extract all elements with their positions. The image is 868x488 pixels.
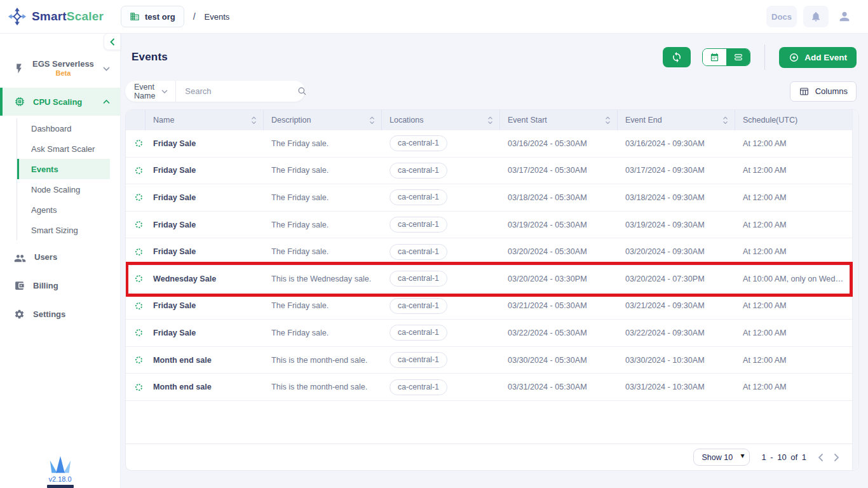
table-row[interactable]: Friday Sale The Friday sale. ca-central-… [126, 238, 852, 266]
page-title: Events [132, 51, 168, 64]
sidebar-item-settings[interactable]: Settings [0, 300, 120, 329]
next-page-button[interactable] [834, 453, 839, 462]
event-schedule-cell: At 12:00 AM [735, 301, 852, 310]
notifications-button[interactable] [803, 6, 829, 27]
location-chip: ca-central-1 [390, 325, 447, 341]
location-chip: ca-central-1 [390, 163, 447, 179]
user-profile-button[interactable] [835, 6, 854, 27]
version-label: v2.18.0 [48, 475, 71, 483]
cpu-scaling-label: CPU Scaling [33, 97, 82, 107]
event-schedule-cell: At 12:00 AM [735, 139, 852, 148]
brand-name: SmartScaler [32, 10, 104, 24]
search-input[interactable] [185, 86, 297, 96]
person-icon [837, 10, 851, 24]
event-schedule-cell: At 12:00 AM [735, 329, 852, 337]
add-event-button[interactable]: Add Event [779, 47, 857, 68]
table-row[interactable]: Wednesday Sale This is the Wednesday sal… [126, 266, 852, 293]
column-label: Name [153, 116, 174, 125]
table-body: Friday Sale The Friday sale. ca-central-… [126, 130, 858, 401]
event-schedule-cell: At 12:00 AM [735, 356, 852, 365]
event-description-cell: The Friday sale. [264, 247, 382, 256]
view-toggle [702, 48, 750, 66]
table-row[interactable]: Friday Sale The Friday sale. ca-central-… [126, 158, 852, 185]
event-name-cell: Friday Sale [146, 166, 264, 175]
event-schedule-cell: At 12:00 AM [735, 166, 852, 175]
event-end-cell: 03/18/2024 - 09:30AM [618, 193, 735, 202]
event-end-cell: 03/20/2024 - 09:30AM [618, 247, 735, 256]
table-row[interactable]: Friday Sale The Friday sale. ca-central-… [126, 212, 852, 239]
sort-icon [722, 116, 728, 125]
page-size-select[interactable]: Show 10 [693, 449, 750, 466]
column-header[interactable]: Event End [618, 110, 735, 130]
filter-field-selector[interactable]: Event Name [125, 81, 176, 102]
event-status-spinner-icon [135, 248, 142, 255]
building-icon [130, 11, 140, 22]
app-root: SmartScaler test org / Events Docs [0, 0, 868, 488]
event-start-cell: 03/30/2024 - 05:30AM [500, 356, 618, 365]
event-name-cell: Month end sale [146, 356, 264, 365]
sort-icon [487, 116, 493, 125]
sort-icon [251, 116, 257, 125]
column-header[interactable]: Event Start [500, 110, 618, 130]
users-label: Users [34, 252, 57, 262]
table-row[interactable]: Friday Sale The Friday sale. ca-central-… [126, 293, 852, 320]
refresh-button[interactable] [663, 47, 691, 67]
sidebar-product-selector[interactable]: EGS Serverless Beta [0, 55, 120, 83]
table-scrollbar[interactable] [852, 110, 858, 470]
event-status-spinner-icon [135, 302, 142, 309]
columns-button[interactable]: Columns [790, 81, 857, 102]
table-row[interactable]: Friday Sale The Friday sale. ca-central-… [126, 184, 852, 212]
sidebar-item-users[interactable]: Users [0, 243, 120, 271]
event-status-spinner-icon [135, 275, 142, 282]
sort-icon [605, 116, 611, 125]
event-status-spinner-icon [135, 221, 142, 228]
docs-button[interactable]: Docs [766, 6, 797, 27]
table-row[interactable]: Friday Sale The Friday sale. ca-central-… [126, 130, 852, 158]
refresh-icon [671, 51, 682, 63]
event-description-cell: The Friday sale. [264, 220, 382, 229]
previous-page-button[interactable] [818, 453, 824, 462]
sidebar-subitem-agents[interactable]: Agents [17, 200, 110, 220]
search-icon[interactable] [297, 86, 308, 97]
list-view-button[interactable] [726, 49, 750, 65]
event-end-cell: 03/20/2024 - 07:30PM [618, 274, 735, 283]
sidebar-subitem-smart-sizing[interactable]: Smart Sizing [17, 220, 110, 240]
table-row[interactable]: Month end sale This is the month-end sal… [126, 347, 852, 374]
calendar-view-button[interactable] [703, 49, 726, 65]
event-end-cell: 03/16/2024 - 09:30AM [618, 139, 735, 148]
event-end-cell: 03/19/2024 - 09:30AM [618, 220, 735, 229]
breadcrumb-org-button[interactable]: test org [121, 6, 184, 27]
icon-column-header [126, 110, 146, 130]
events-table: Name Description Locations Event Start E… [125, 109, 859, 471]
location-chip: ca-central-1 [390, 189, 447, 205]
event-start-cell: 03/22/2024 - 05:30AM [500, 329, 618, 337]
event-start-cell: 03/20/2024 - 03:30PM [500, 274, 618, 283]
event-status-spinner-icon [135, 167, 142, 174]
table-row[interactable]: Month end sale This is the month-end sal… [126, 374, 852, 401]
location-chip: ca-central-1 [390, 135, 447, 151]
breadcrumb-org-label: test org [145, 12, 175, 22]
page-header: Events [132, 46, 857, 69]
sidebar-collapse-button[interactable] [104, 33, 121, 50]
event-end-cell: 03/17/2024 - 09:30AM [618, 166, 735, 175]
table-empty-space [126, 401, 858, 444]
event-name-cell: Friday Sale [146, 139, 264, 148]
sidebar-subitem-node-scaling[interactable]: Node Scaling [17, 179, 110, 200]
location-chip: ca-central-1 [390, 379, 447, 395]
sidebar-subitem-events[interactable]: Events [17, 159, 110, 179]
sidebar-subitem-dashboard[interactable]: Dashboard [17, 118, 110, 139]
column-header[interactable]: Name [146, 110, 264, 130]
cpu-scaling-submenu: DashboardAsk Smart ScalerEventsNode Scal… [17, 118, 120, 240]
sidebar-item-cpu-scaling[interactable]: CPU Scaling [0, 88, 120, 116]
column-header[interactable]: Locations [382, 110, 500, 130]
sidebar-item-billing[interactable]: Billing [0, 271, 120, 300]
column-header[interactable]: Description [264, 110, 382, 130]
sidebar-subitem-ask-smart-scaler[interactable]: Ask Smart Scaler [17, 139, 110, 159]
event-status-spinner-icon [135, 356, 142, 363]
gear-icon [14, 309, 25, 320]
event-description-cell: The Friday sale. [264, 193, 382, 202]
event-description-cell: The Friday sale. [264, 139, 382, 148]
location-chip: ca-central-1 [390, 298, 447, 314]
table-row[interactable]: Friday Sale The Friday sale. ca-central-… [126, 320, 852, 347]
chevron-down-icon [103, 67, 110, 71]
